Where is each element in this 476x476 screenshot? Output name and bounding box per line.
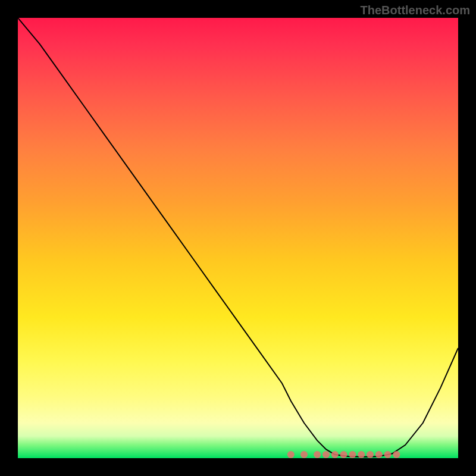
marker-dot — [384, 451, 392, 458]
watermark-text: TheBottleneck.com — [361, 4, 470, 17]
chart-container: TheBottleneck.com — [0, 0, 476, 476]
plot-area — [18, 18, 458, 458]
curve-svg — [18, 18, 458, 458]
bottleneck-curve — [18, 18, 458, 457]
marker-dot — [287, 451, 295, 458]
marker-dot — [349, 451, 356, 458]
marker-dot — [314, 451, 321, 458]
marker-dot — [300, 451, 308, 458]
marker-dot — [322, 451, 330, 458]
marker-dot — [367, 451, 374, 458]
marker-dot — [358, 451, 365, 458]
marker-dot — [393, 451, 400, 458]
marker-dot — [340, 451, 347, 458]
bottom-markers — [287, 451, 400, 458]
marker-dot — [331, 451, 339, 458]
marker-dot — [375, 451, 383, 458]
